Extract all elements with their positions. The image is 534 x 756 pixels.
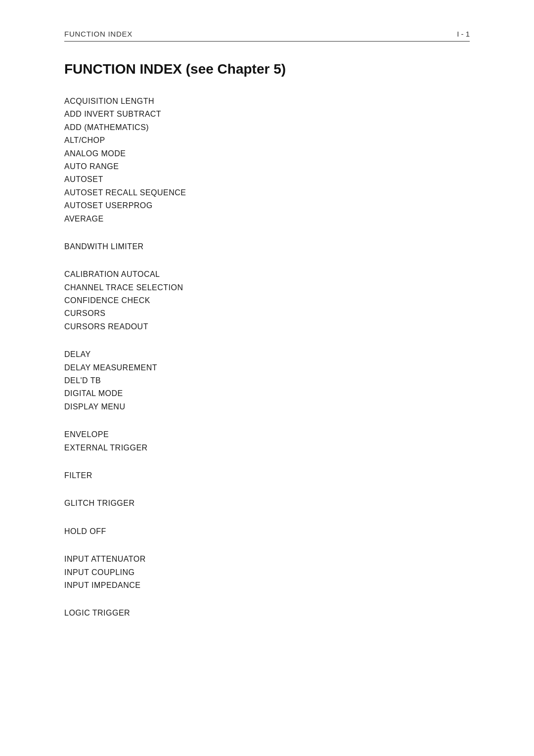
- header-page: I - 1: [457, 30, 470, 38]
- list-item: AUTOSET USERPROG: [64, 199, 470, 212]
- section-a: ACQUISITION LENGTHADD INVERT SUBTRACTADD…: [64, 95, 470, 225]
- section-c: CALIBRATION AUTOCALCHANNEL TRACE SELECTI…: [64, 268, 470, 333]
- list-item: EXTERNAL TRIGGER: [64, 442, 470, 454]
- section-g: GLITCH TRIGGER: [64, 497, 470, 510]
- page-title: FUNCTION INDEX (see Chapter 5): [64, 61, 470, 77]
- page-header: FUNCTION INDEX I - 1: [64, 30, 470, 42]
- section-e: ENVELOPEEXTERNAL TRIGGER: [64, 428, 470, 454]
- list-item: DEL'D TB: [64, 374, 470, 387]
- list-item: ADD INVERT SUBTRACT: [64, 108, 470, 121]
- list-item: AVERAGE: [64, 213, 470, 225]
- list-item: DIGITAL MODE: [64, 387, 470, 400]
- list-item: ENVELOPE: [64, 428, 470, 441]
- index-sections: ACQUISITION LENGTHADD INVERT SUBTRACTADD…: [64, 95, 470, 620]
- section-b: BANDWITH LIMITER: [64, 240, 470, 253]
- list-item: CURSORS READOUT: [64, 320, 470, 333]
- section-l: LOGIC TRIGGER: [64, 607, 470, 620]
- list-item: LOGIC TRIGGER: [64, 607, 470, 620]
- list-item: GLITCH TRIGGER: [64, 497, 470, 510]
- section-d: DELAYDELAY MEASUREMENTDEL'D TBDIGITAL MO…: [64, 348, 470, 413]
- list-item: ALT/CHOP: [64, 134, 470, 147]
- list-item: BANDWITH LIMITER: [64, 240, 470, 253]
- list-item: AUTOSET RECALL SEQUENCE: [64, 186, 470, 199]
- list-item: CALIBRATION AUTOCAL: [64, 268, 470, 281]
- section-f: FILTER: [64, 469, 470, 482]
- list-item: CURSORS: [64, 307, 470, 320]
- list-item: DISPLAY MENU: [64, 400, 470, 413]
- list-item: ACQUISITION LENGTH: [64, 95, 470, 108]
- list-item: CONFIDENCE CHECK: [64, 294, 470, 307]
- list-item: FILTER: [64, 469, 470, 482]
- section-h: HOLD OFF: [64, 525, 470, 538]
- list-item: AUTO RANGE: [64, 160, 470, 173]
- header-label: FUNCTION INDEX: [64, 30, 133, 38]
- list-item: INPUT ATTENUATOR: [64, 553, 470, 566]
- list-item: DELAY MEASUREMENT: [64, 361, 470, 374]
- list-item: AUTOSET: [64, 173, 470, 186]
- list-item: DELAY: [64, 348, 470, 361]
- list-item: INPUT IMPEDANCE: [64, 579, 470, 592]
- list-item: CHANNEL TRACE SELECTION: [64, 281, 470, 294]
- section-i: INPUT ATTENUATORINPUT COUPLINGINPUT IMPE…: [64, 553, 470, 592]
- list-item: ADD (MATHEMATICS): [64, 121, 470, 134]
- list-item: ANALOG MODE: [64, 147, 470, 160]
- list-item: INPUT COUPLING: [64, 566, 470, 579]
- list-item: HOLD OFF: [64, 525, 470, 538]
